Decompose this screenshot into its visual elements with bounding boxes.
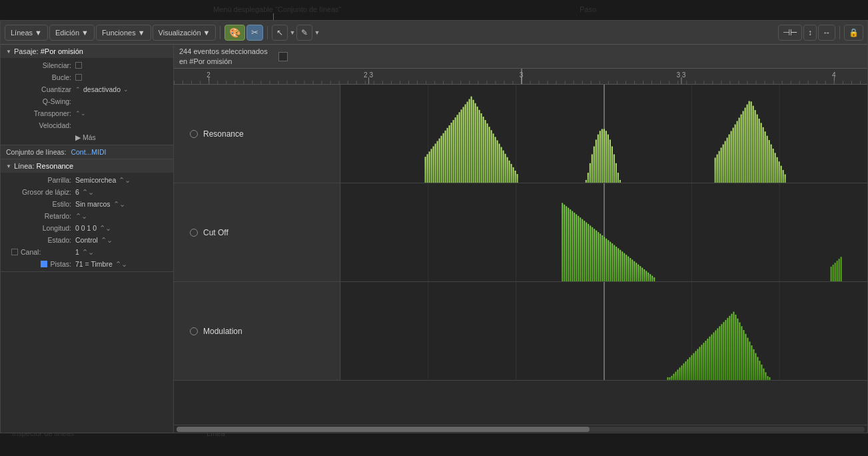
parrilla-row: Parrilla: Semicorchea ⌃⌄ bbox=[1, 174, 173, 186]
parrilla-stepper[interactable]: ⌃⌄ bbox=[119, 176, 131, 184]
bucle-checkbox[interactable] bbox=[75, 74, 82, 81]
edicion-chevron: ▼ bbox=[81, 29, 89, 37]
funciones-label: Funciones bbox=[102, 29, 136, 37]
linea-rows: Parrilla: Semicorchea ⌃⌄ Grosor de lápiz… bbox=[1, 173, 173, 271]
cuantizar-value: desactivado bbox=[83, 85, 121, 93]
edicion-label: Edición bbox=[55, 29, 79, 37]
bucle-row: Bucle: bbox=[1, 71, 173, 83]
cutoff-header: Cut Off bbox=[174, 183, 340, 281]
pasaje-triangle: ▼ bbox=[6, 49, 11, 55]
resonance-header: Resonance bbox=[174, 85, 340, 183]
stretch-h-btn[interactable]: ↔ bbox=[818, 25, 835, 41]
modulation-circle bbox=[190, 327, 198, 335]
retardo-stepper[interactable]: ⌃⌄ bbox=[75, 212, 87, 220]
linea-section-header[interactable]: ▼ Línea: Resonance bbox=[1, 159, 173, 173]
cuantizar-stepper[interactable]: ⌄ bbox=[123, 86, 129, 93]
scrollbar-thumb[interactable] bbox=[177, 427, 590, 432]
estilo-stepper[interactable]: ⌃⌄ bbox=[113, 200, 125, 208]
modulation-content[interactable] bbox=[340, 282, 867, 380]
pistas-checkbox[interactable] bbox=[41, 261, 47, 267]
pointer-tool-btn[interactable]: ↖ bbox=[272, 25, 288, 41]
visualizacion-menu-btn[interactable]: Visualización ▼ bbox=[153, 25, 217, 41]
main-content: ▼ Pasaje: #Por omisión Silenciar: Bucle: bbox=[1, 45, 867, 433]
resonance-content[interactable] bbox=[340, 85, 867, 183]
grosor-stepper[interactable]: ⌃⌄ bbox=[82, 188, 94, 196]
pistas-value: 71 = Timbre bbox=[75, 260, 113, 268]
velocidad-row: Velocidad: bbox=[1, 119, 173, 131]
modulation-name: Modulation bbox=[203, 327, 242, 336]
canal-checkbox[interactable] bbox=[11, 249, 18, 255]
separator-3 bbox=[839, 26, 840, 39]
modulation-header: Modulation bbox=[174, 282, 340, 380]
edicion-menu-btn[interactable]: Edición ▼ bbox=[49, 25, 95, 41]
estado-value: Control bbox=[75, 236, 98, 244]
paso-annotation: Paso bbox=[580, 5, 596, 13]
pasaje-header-label: Pasaje: #Por omisión bbox=[14, 47, 83, 55]
menu-annotation: Menú desplegable "Conjunto de líneas" bbox=[213, 5, 342, 13]
longitud-row: Longitud: 0 0 1 0 ⌃⌄ bbox=[1, 222, 173, 234]
estilo-row: Estilo: Sin marcos ⌃⌄ bbox=[1, 198, 173, 210]
scrollbar-area[interactable] bbox=[174, 425, 867, 433]
longitud-value: 0 0 1 0 bbox=[75, 224, 97, 232]
modulation-track: Modulation bbox=[174, 282, 867, 381]
cutoff-content[interactable] bbox=[340, 183, 867, 281]
linea-triangle: ▼ bbox=[6, 163, 11, 169]
conjunto-row: Conjunto de líneas: Cont...MIDI bbox=[1, 145, 173, 159]
linea-header-label: Línea: Resonance bbox=[14, 162, 73, 170]
silenciar-checkbox[interactable] bbox=[75, 62, 82, 69]
events-count: 244 eventos seleccionados en #Por omisió… bbox=[179, 47, 268, 66]
estado-row: Estado: Control ⌃⌄ bbox=[1, 234, 173, 246]
fit-btn[interactable]: ⊣⊢ bbox=[778, 25, 802, 41]
pencil-tool-btn[interactable]: ✎ bbox=[296, 25, 312, 41]
cutoff-track: Cut Off bbox=[174, 183, 867, 282]
pistas-row: Pistas: 71 = Timbre ⌃⌄ bbox=[1, 258, 173, 270]
events-checkbox[interactable] bbox=[278, 52, 288, 61]
cuantizar-row: Cuantizar ⌃ desactivado ⌄ bbox=[1, 83, 173, 95]
timeline-ruler bbox=[174, 69, 867, 85]
cutoff-circle bbox=[190, 229, 198, 237]
stretch-v-btn[interactable]: ↕ bbox=[803, 25, 817, 41]
resonance-circle bbox=[190, 130, 198, 138]
linea-section: ▼ Línea: Resonance Parrilla: Semicorchea… bbox=[1, 159, 173, 272]
cutoff-canvas bbox=[340, 183, 867, 281]
resonance-track: Resonance bbox=[174, 85, 867, 183]
visualizacion-label: Visualización bbox=[159, 29, 201, 37]
qswing-row: Q-Swing: bbox=[1, 95, 173, 107]
resonance-name: Resonance bbox=[203, 129, 244, 139]
conjunto-label: Conjunto de líneas: bbox=[6, 148, 66, 156]
tracks-area: 244 eventos seleccionados en #Por omisió… bbox=[174, 45, 867, 433]
grosor-value: 6 bbox=[75, 188, 79, 196]
track-lanes[interactable]: Resonance Cut Off bbox=[174, 85, 867, 425]
funciones-chevron: ▼ bbox=[138, 29, 145, 37]
canal-stepper[interactable]: ⌃⌄ bbox=[82, 248, 94, 256]
conjunto-value[interactable]: Cont...MIDI bbox=[71, 148, 106, 156]
sidebar: ▼ Pasaje: #Por omisión Silenciar: Bucle: bbox=[1, 45, 174, 433]
events-header: 244 eventos seleccionados en #Por omisió… bbox=[174, 45, 867, 69]
lineas-menu-btn[interactable]: Líneas ▼ bbox=[5, 25, 48, 41]
mas-label[interactable]: ▶ Más bbox=[75, 133, 96, 141]
pistas-stepper[interactable]: ⌃⌄ bbox=[115, 260, 127, 268]
estado-stepper[interactable]: ⌃⌄ bbox=[101, 236, 113, 244]
silenciar-row: Silenciar: bbox=[1, 59, 173, 71]
pasaje-section: ▼ Pasaje: #Por omisión Silenciar: Bucle: bbox=[1, 45, 173, 159]
canal-row: Canal: 1 ⌃⌄ bbox=[1, 246, 173, 258]
transponer-row: Transponer: ⌃⌄ bbox=[1, 107, 173, 119]
longitud-stepper[interactable]: ⌃⌄ bbox=[99, 224, 111, 232]
transponer-stepper[interactable]: ⌃⌄ bbox=[75, 110, 86, 117]
lock-btn[interactable]: 🔒 bbox=[844, 25, 863, 41]
lineas-label: Líneas bbox=[11, 29, 33, 37]
scrollbar-track[interactable] bbox=[177, 427, 865, 432]
funciones-menu-btn[interactable]: Funciones ▼ bbox=[96, 25, 151, 41]
retardo-row: Retardo: ⌃⌄ bbox=[1, 210, 173, 222]
color-mode-btn[interactable]: 🎨 bbox=[224, 25, 245, 41]
separator-2 bbox=[267, 26, 268, 39]
toolbar: Líneas ▼ Edición ▼ Funciones ▼ Visualiza… bbox=[1, 21, 867, 45]
resonance-canvas bbox=[340, 85, 867, 183]
mas-row: ▶ Más bbox=[1, 131, 173, 143]
cuantizar-up-arrow: ⌃ bbox=[75, 86, 81, 93]
edit-mode-btn[interactable]: ✂ bbox=[246, 25, 263, 41]
pencil-chevron: ▼ bbox=[314, 29, 320, 36]
pasaje-header[interactable]: ▼ Pasaje: #Por omisión bbox=[1, 45, 173, 58]
lineas-chevron: ▼ bbox=[35, 29, 42, 37]
grosor-row: Grosor de lápiz: 6 ⌃⌄ bbox=[1, 186, 173, 198]
